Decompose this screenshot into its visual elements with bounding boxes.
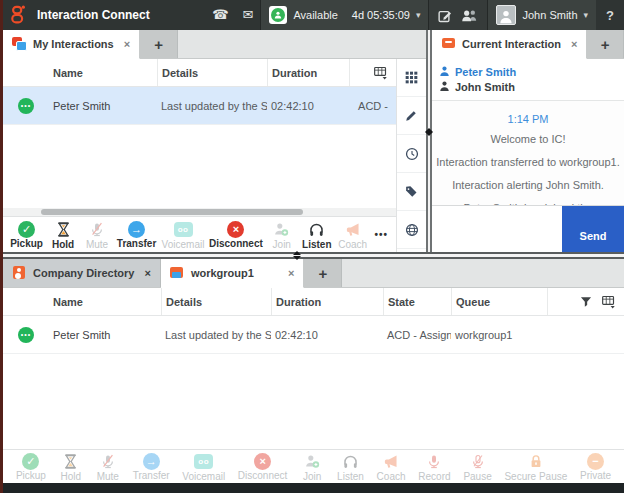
- history-clock-icon[interactable]: [397, 135, 426, 173]
- secure-pause-button: Secure Pause: [500, 452, 572, 482]
- current-interaction-tabbar: Current Interaction × +: [432, 30, 624, 59]
- transfer-icon: →: [128, 221, 145, 238]
- close-icon[interactable]: ×: [571, 38, 577, 50]
- listen-button[interactable]: Listen: [299, 220, 335, 250]
- user-menu[interactable]: John Smith ▾: [487, 0, 596, 30]
- splitter-handle-icon[interactable]: [421, 128, 437, 136]
- tab-current-interaction[interactable]: Current Interaction ×: [432, 30, 587, 59]
- coach-button: Coach: [335, 220, 371, 250]
- column-picker-icon[interactable]: [601, 294, 616, 309]
- table-row[interactable]: ••• Peter Smith Last updated by the Syst…: [3, 87, 396, 125]
- col-details[interactable]: Details: [157, 59, 267, 86]
- col-details[interactable]: Details: [161, 288, 271, 315]
- row-name: Peter Smith: [49, 100, 157, 112]
- system-message: Interaction transferred to workgroup1.: [432, 156, 624, 168]
- tab-company-directory[interactable]: Company Directory ×: [3, 259, 161, 287]
- person-icon: [438, 80, 451, 93]
- col-name[interactable]: Name: [49, 59, 157, 86]
- pickup-button: ✓ Pickup: [11, 452, 51, 481]
- my-interactions-tabbar: My Interactions × +: [3, 30, 426, 59]
- send-button[interactable]: Send: [562, 206, 624, 252]
- status-timer: 4d 05:35:09: [352, 9, 410, 21]
- my-interactions-panel: My Interactions × + Name Details Duratio…: [3, 30, 426, 252]
- row-state: ACD -: [349, 100, 396, 112]
- row-details: Last updated by the Syste: [157, 100, 267, 112]
- queue-table-header: Name Details Duration State Queue: [3, 288, 624, 316]
- chevron-down-icon: ▾: [416, 10, 421, 20]
- chat-transcript: 1:14 PM Welcome to IC! Interaction trans…: [432, 101, 624, 205]
- hold-button: Hold: [54, 452, 88, 482]
- disconnect-button: × Disconnect: [233, 452, 292, 481]
- side-icon-rail: [396, 59, 426, 252]
- person-icon: [438, 65, 451, 78]
- phone-icon[interactable]: ☎: [212, 0, 228, 30]
- more-actions-button[interactable]: •••: [371, 229, 393, 240]
- transfer-button[interactable]: → Transfer: [114, 220, 159, 249]
- mute-icon: [100, 453, 116, 471]
- add-tab-button[interactable]: +: [304, 259, 342, 287]
- row-duration: 02:42:10: [267, 100, 349, 112]
- filter-icon[interactable]: [579, 295, 593, 309]
- mute-icon: [89, 221, 105, 239]
- megaphone-icon: [382, 453, 400, 471]
- app-title: Interaction Connect: [37, 8, 150, 22]
- queue-toolbar: ✓ Pickup Hold Mute → Trans: [3, 449, 624, 483]
- join-icon: [304, 453, 321, 471]
- email-icon[interactable]: ✉: [242, 0, 253, 30]
- tag-icon[interactable]: [397, 173, 426, 211]
- system-message: Welcome to IC!: [432, 133, 624, 145]
- col-queue[interactable]: Queue: [451, 288, 547, 315]
- tab-workgroup1[interactable]: workgroup1 ×: [161, 259, 304, 288]
- col-name[interactable]: Name: [49, 288, 161, 315]
- record-button: Record: [413, 452, 455, 482]
- help-button[interactable]: ?: [596, 8, 624, 23]
- col-duration[interactable]: Duration: [267, 59, 349, 86]
- scrollbar-thumb[interactable]: [41, 209, 303, 215]
- directory-people-icon[interactable]: [460, 7, 479, 24]
- column-picker-icon[interactable]: [373, 65, 388, 80]
- chat-message-input[interactable]: [432, 206, 562, 252]
- compose-icon[interactable]: [437, 7, 454, 24]
- add-tab-button[interactable]: +: [587, 30, 624, 58]
- chat-icon: •••: [18, 98, 34, 114]
- pickup-icon: ✓: [22, 453, 39, 470]
- headphones-icon: [308, 221, 325, 239]
- col-duration[interactable]: Duration: [271, 288, 383, 315]
- pickup-button[interactable]: ✓ Pickup: [7, 220, 46, 249]
- close-icon[interactable]: ×: [124, 38, 130, 50]
- minus-circle-icon: −: [587, 453, 604, 470]
- table-row[interactable]: ••• Peter Smith Last updated by the Syst…: [3, 316, 624, 354]
- row-name: Peter Smith: [49, 329, 161, 341]
- horizontal-splitter[interactable]: [3, 252, 624, 259]
- disconnect-icon: ×: [227, 221, 244, 238]
- splitter-handle-icon[interactable]: [293, 247, 301, 264]
- participant-row[interactable]: John Smith: [438, 79, 618, 94]
- close-icon[interactable]: ×: [288, 267, 294, 279]
- participant-row[interactable]: Peter Smith: [438, 64, 618, 79]
- lock-icon: [528, 453, 544, 471]
- voicemail-icon: oo: [194, 454, 213, 469]
- interaction-toolbar: ✓ Pickup Hold: [3, 216, 396, 252]
- add-tab-button[interactable]: +: [140, 30, 178, 58]
- window-bottom-edge: [3, 483, 624, 493]
- interactions-table-header: Name Details Duration: [3, 59, 396, 87]
- status-avatar: [269, 6, 287, 24]
- disconnect-button[interactable]: × Disconnect: [207, 220, 265, 249]
- globe-icon[interactable]: [397, 211, 426, 249]
- col-state[interactable]: State: [383, 288, 451, 315]
- horizontal-scrollbar[interactable]: [3, 208, 396, 216]
- workgroup-icon: [170, 266, 185, 280]
- status-selector[interactable]: Available 4d 05:35:09 ▾: [260, 0, 428, 30]
- hourglass-icon: [62, 453, 79, 471]
- voicemail-button: oo Voicemail: [177, 452, 230, 482]
- vertical-splitter[interactable]: [426, 30, 432, 252]
- close-icon[interactable]: ×: [144, 267, 150, 279]
- tab-my-interactions[interactable]: My Interactions ×: [3, 30, 140, 59]
- apps-grid-icon[interactable]: [397, 59, 426, 97]
- join-button: Join: [295, 452, 329, 482]
- hold-button[interactable]: Hold: [46, 220, 80, 250]
- disconnect-icon: ×: [254, 453, 271, 470]
- brand-logo-icon: [9, 3, 27, 27]
- current-interaction-icon: [441, 37, 456, 51]
- company-directory-icon: [12, 266, 27, 280]
